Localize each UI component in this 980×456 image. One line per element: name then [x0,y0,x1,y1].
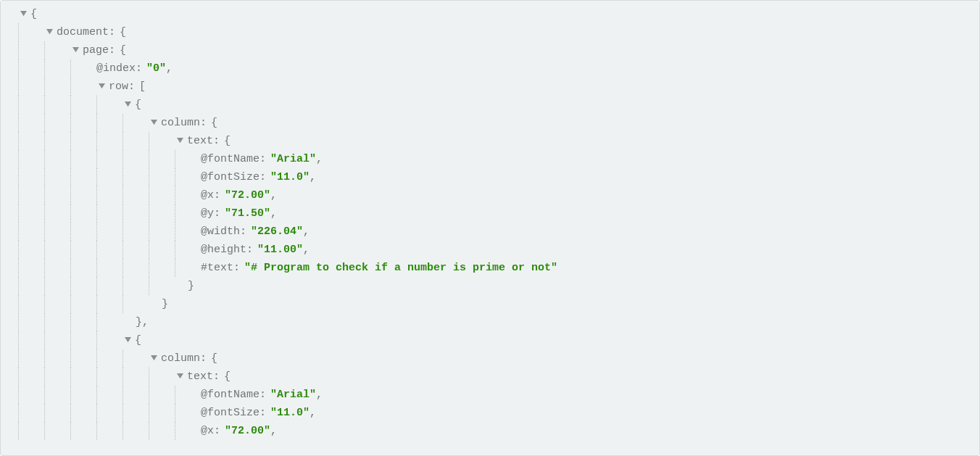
colon: : [259,404,266,422]
tree-content: { document: { page: { @index: "0", [1,1,979,456]
colon: : [109,23,115,41]
colon: : [213,132,220,150]
brace-close: } [188,277,194,295]
svg-marker-2 [72,47,79,52]
chevron-down-icon[interactable] [18,9,28,20]
chevron-down-icon[interactable] [122,336,133,346]
tree-row: document: { [5,23,973,41]
tree-row: row: [ [5,78,973,96]
tree-row: @fontName: "Arial", [5,386,973,404]
tree-row: column: { [5,349,973,368]
json-key: @y [201,204,214,223]
brace-close: }, [136,313,149,331]
tree-row: @fontName: "Arial", [5,150,973,168]
colon: : [233,259,240,277]
tree-row: { [5,96,973,114]
chevron-down-icon[interactable] [122,100,133,110]
json-value: "226.04" [251,223,303,241]
colon: : [200,114,207,132]
svg-marker-0 [20,11,27,16]
json-value: "72.00" [225,186,270,204]
json-key: @index [96,59,136,78]
brace-open: { [211,114,217,132]
brace-open: { [30,5,37,23]
colon: : [214,422,220,440]
colon: : [259,168,266,186]
tree-row: } [5,295,973,313]
colon: : [213,368,220,386]
tree-row: @x: "72.00", [5,422,973,440]
svg-marker-6 [177,138,183,143]
colon: : [246,241,253,259]
json-value: "0" [146,59,166,78]
chevron-down-icon[interactable] [44,28,54,38]
tree-row: @y: "71.50", [5,204,973,223]
json-value: "72.00" [225,422,270,440]
json-value: "Arial" [270,386,316,404]
chevron-down-icon[interactable] [175,372,185,382]
json-key: @x [201,186,214,204]
comma: , [270,422,277,440]
json-value: "11.00" [257,241,303,259]
tree-row: { [5,331,973,349]
colon: : [214,204,220,223]
comma: , [310,404,316,422]
brace-open: { [224,132,231,150]
svg-marker-1 [46,29,53,34]
overflow-filler [5,440,973,456]
svg-marker-8 [151,355,157,360]
chevron-down-icon[interactable] [70,46,80,56]
svg-marker-7 [125,337,131,342]
colon: : [240,223,246,241]
colon: : [200,349,207,368]
comma: , [270,186,277,204]
tree-row: @fontSize: "11.0", [5,168,973,186]
json-key: text [187,132,213,150]
json-tree-viewer[interactable]: { document: { page: { @index: "0", [0,0,980,456]
colon: : [136,59,142,78]
comma: , [316,150,323,168]
tree-row: @index: "0", [5,59,973,78]
chevron-down-icon[interactable] [149,354,159,364]
tree-row: page: { [5,41,973,59]
json-key: column [161,114,200,132]
tree-row: }, [5,313,973,331]
bracket-open: [ [139,78,146,96]
colon: : [259,150,266,168]
comma: , [303,223,310,241]
tree-row: text: { [5,368,973,386]
tree-row: column: { [5,114,973,132]
json-key: page [83,41,109,59]
brace-open: { [224,368,231,386]
json-value: "Arial" [270,150,316,168]
tree-row: #text: "# Program to check if a number i… [5,259,973,277]
comma: , [316,386,323,404]
svg-marker-9 [177,373,183,378]
json-key: row [109,78,128,96]
comma: , [270,204,277,223]
json-value: "# Program to check if a number is prime… [244,259,557,277]
json-key: @fontSize [201,404,259,422]
svg-marker-3 [99,83,105,88]
json-key: @height [201,241,246,259]
json-key: #text [201,259,233,277]
json-key: @fontSize [201,168,259,186]
comma: , [166,59,173,78]
tree-row: @width: "226.04", [5,223,973,241]
tree-row: { [5,5,973,23]
json-value: "11.0" [270,404,310,422]
json-key: @width [201,223,240,241]
chevron-down-icon[interactable] [149,118,159,128]
json-key: @x [201,422,214,440]
tree-row: @x: "72.00", [5,186,973,204]
colon: : [128,78,135,96]
tree-row: @fontSize: "11.0", [5,404,973,422]
json-key: text [187,368,213,386]
brace-open: { [135,331,141,349]
brace-open: { [211,349,217,368]
comma: , [310,168,316,186]
chevron-down-icon[interactable] [96,82,107,92]
json-key: document [57,23,109,41]
chevron-down-icon[interactable] [175,136,185,146]
json-key: @fontName [201,150,259,168]
